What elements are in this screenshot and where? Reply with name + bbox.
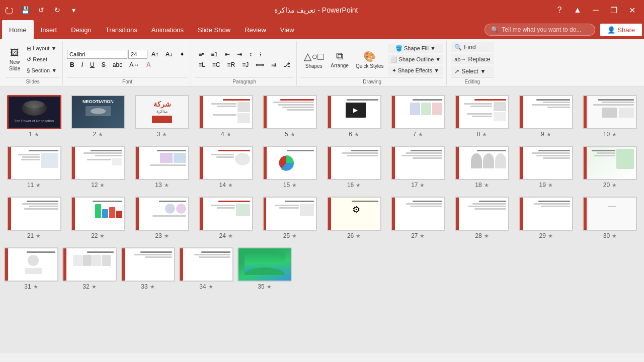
numbering-button[interactable]: ≡1 (208, 50, 221, 59)
slides-row-4: ★ 35 ★ (4, 247, 640, 290)
redo-button[interactable]: ↻ (50, 3, 64, 17)
list-item[interactable]: ▶ ★ 6 (324, 95, 384, 138)
maximize-button[interactable]: ❐ (606, 4, 622, 16)
columns-button[interactable]: ⫶ (256, 50, 265, 59)
list-item[interactable]: ★ 7 (388, 95, 448, 138)
list-item[interactable]: ★ 14 (196, 146, 256, 189)
search-box[interactable]: 🔍 Tell me what you want to do... (485, 24, 595, 36)
slide-number: 22 (91, 232, 98, 239)
italic-button[interactable]: I (78, 60, 86, 69)
select-button[interactable]: ↗ Select ▼ (451, 66, 494, 76)
align-center-button[interactable]: ≡C (209, 60, 223, 69)
list-item[interactable]: ★ 28 (452, 197, 512, 239)
char-spacing-button[interactable]: A↔ (126, 60, 142, 69)
tab-review[interactable]: Review (237, 20, 273, 39)
list-item[interactable]: NEGOTIATION ★ 2 (68, 95, 128, 138)
bold-button[interactable]: B (67, 60, 77, 69)
help-icon[interactable]: ? (551, 4, 568, 16)
increase-indent-button[interactable]: ⇥ (234, 50, 245, 59)
list-item[interactable]: ★ 9 (516, 95, 576, 138)
star-icon: ★ (546, 131, 551, 138)
save-button[interactable]: 💾 (18, 3, 32, 17)
list-item[interactable]: ★ 22 (68, 197, 128, 239)
slides-group-label: Slides (6, 77, 59, 84)
list-item[interactable]: ★ 13 (132, 146, 192, 189)
minimize-button[interactable]: ─ (588, 4, 604, 16)
list-item[interactable]: ★ 16 (324, 146, 384, 189)
increase-font-button[interactable]: A↑ (148, 50, 162, 59)
line-spacing-button[interactable]: ↕ (246, 50, 255, 59)
shape-effects-button[interactable]: ✦ Shape Effects ▼ (388, 66, 444, 75)
tab-home[interactable]: Home (2, 20, 34, 39)
new-slide-button[interactable]: 🖼 New Slide (6, 46, 23, 73)
align-right-button[interactable]: ≡R (224, 60, 238, 69)
list-item[interactable]: ★ 33 (121, 247, 175, 290)
decrease-indent-button[interactable]: ⇤ (222, 50, 233, 59)
shape-outline-button[interactable]: ⬜ Shape Outline ▼ (388, 55, 444, 64)
tab-design[interactable]: Design (64, 20, 98, 39)
list-item[interactable]: ★ 19 (516, 146, 576, 189)
list-item[interactable]: ★ 24 (196, 197, 256, 239)
tab-insert[interactable]: Insert (34, 20, 64, 39)
shape-fill-button[interactable]: 🪣 Shape Fill ▼ (388, 44, 444, 53)
list-item[interactable]: ★ 18 (452, 146, 512, 189)
tab-view[interactable]: View (273, 20, 301, 39)
smart-art-button[interactable]: ⎇ (280, 60, 293, 69)
underline-button[interactable]: U (87, 60, 98, 69)
rtl-button[interactable]: ⇉ (268, 60, 279, 69)
section-button[interactable]: § Section ▼ (24, 66, 59, 75)
font-size-input[interactable] (128, 50, 147, 59)
list-item[interactable]: ★ 11 (4, 146, 64, 189)
list-item[interactable]: ★ 31 (4, 247, 58, 290)
list-item[interactable]: The Power of Negotiation ★ 1 (4, 95, 64, 138)
find-button[interactable]: 🔍 Find (451, 42, 494, 52)
ribbon-display-button[interactable]: ▲ (570, 4, 586, 16)
font-name-input[interactable] (67, 50, 127, 59)
customize-quick-access-button[interactable]: ▾ (66, 3, 80, 17)
list-item[interactable]: ★ 29 (516, 197, 576, 239)
close-button[interactable]: ✕ (624, 4, 640, 16)
list-item[interactable]: ★ 34 (179, 247, 233, 290)
layout-button[interactable]: ⊞ Layout ▼ (24, 44, 59, 53)
slide-number: 15 (283, 182, 290, 189)
shapes-button[interactable]: △○□ Shapes (301, 48, 327, 71)
tab-transitions[interactable]: Transitions (99, 20, 144, 39)
undo-button[interactable]: ↺ (34, 3, 48, 17)
list-item[interactable]: ★ 4 (196, 95, 256, 138)
arrange-button[interactable]: ⧉ Arrange (328, 48, 352, 70)
bullets-button[interactable]: ≡• (195, 50, 207, 59)
reset-button[interactable]: ↺ Reset (24, 55, 59, 64)
list-item[interactable]: ★ 15 (260, 146, 320, 189)
clear-format-button[interactable]: ✦ (177, 50, 188, 59)
share-button[interactable]: 👤 Share (600, 24, 642, 36)
text-direction-button[interactable]: ⟺ (253, 60, 267, 69)
list-item[interactable]: ★ 17 (388, 146, 448, 189)
list-item[interactable]: ★ 21 (4, 197, 64, 239)
list-item[interactable]: ⚙ ★ 26 (324, 197, 384, 239)
list-item[interactable]: ★ 10 (580, 95, 640, 138)
font-color-button[interactable]: A (143, 60, 153, 69)
list-item[interactable]: ★ 20 (580, 146, 640, 189)
align-left-button[interactable]: ≡L (195, 60, 208, 69)
paragraph-group-label: Paragraph (195, 77, 293, 84)
strikethrough-button[interactable]: S (99, 60, 109, 69)
tab-animations[interactable]: Animations (144, 20, 191, 39)
list-item[interactable]: شركة مذاكرة ★ 3 (132, 95, 192, 138)
list-item[interactable]: ★ 5 (260, 95, 320, 138)
list-item[interactable]: ★ 8 (452, 95, 512, 138)
decrease-font-button[interactable]: A↓ (163, 50, 176, 59)
section-icon: § (27, 67, 30, 73)
editing-group-items: 🔍 Find ab→ Replace ↗ Select ▼ (451, 42, 494, 76)
list-item[interactable]: ★ 27 (388, 197, 448, 239)
list-item[interactable]: ★ 25 (260, 197, 320, 239)
list-item[interactable]: — ★ 30 (580, 197, 640, 239)
list-item[interactable]: ★ 32 (62, 247, 117, 290)
shadow-button[interactable]: abc (110, 60, 125, 69)
quick-styles-button[interactable]: 🎨 Quick Styles (353, 48, 387, 71)
list-item[interactable]: ★ 23 (132, 197, 192, 239)
justify-button[interactable]: ≡J (239, 60, 252, 69)
tab-slideshow[interactable]: Slide Show (191, 20, 237, 39)
replace-button[interactable]: ab→ Replace (451, 54, 494, 64)
list-item[interactable]: ★ 35 (237, 247, 292, 290)
list-item[interactable]: ★ 12 (68, 146, 128, 189)
